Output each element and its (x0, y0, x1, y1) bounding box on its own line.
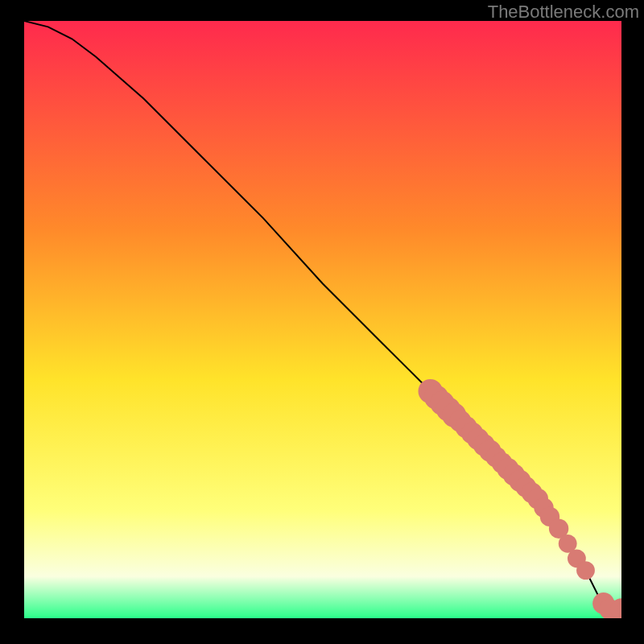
data-point (576, 561, 595, 580)
watermark-text: TheBottleneck.com (488, 2, 639, 23)
gradient-background (24, 21, 621, 618)
chart-frame: TheBottleneck.com (0, 0, 644, 644)
bottleneck-chart (24, 21, 621, 618)
plot-area (24, 21, 621, 618)
